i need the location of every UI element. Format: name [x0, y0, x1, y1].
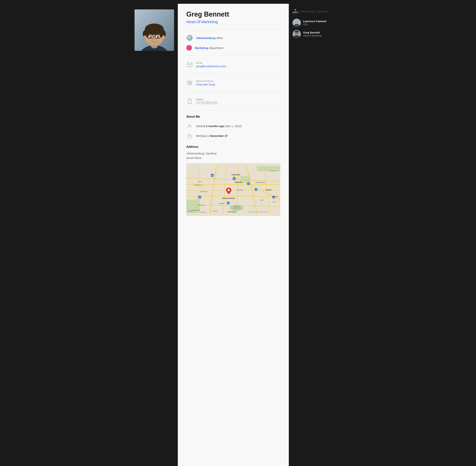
divider-4 [186, 92, 280, 92]
started-prefix: Started [196, 125, 206, 128]
teams-link[interactable]: Chat with Greg [196, 83, 215, 86]
teams-icon [186, 80, 193, 86]
email-content: Email greg@onedirectory.com [196, 61, 280, 68]
svg-point-15 [150, 36, 151, 37]
svg-rect-103 [293, 12, 294, 13]
svg-text:N1: N1 [233, 178, 235, 180]
profile-photo-container [135, 9, 174, 51]
left-panel [135, 4, 178, 51]
address-line2: South Africa [186, 156, 202, 160]
svg-point-37 [190, 103, 190, 103]
org-chart-link-text: View Greg in org chart [300, 10, 328, 13]
department-row: Marketing department [186, 43, 280, 53]
svg-text:Soweto: Soweto [219, 203, 224, 204]
svg-text:Google: Google [188, 210, 193, 212]
page-layout: Greg Bennett Head Of Marketing Johannesb… [135, 4, 341, 466]
person-title: Head Of Marketing [186, 20, 280, 24]
teams-label: Microsoft Teams [196, 80, 280, 82]
location-icon [186, 35, 193, 41]
started-icon [186, 123, 193, 129]
address-section-title: Address [186, 145, 280, 149]
svg-text:Randburg: Randburg [237, 189, 243, 191]
svg-text:Bronkhorstspruit: Bronkhorstspruit [269, 170, 278, 171]
birthday-prefix: Birthday is [196, 134, 210, 138]
svg-text:Devon: Devon [272, 201, 276, 203]
svg-text:Midrand: Midrand [235, 181, 242, 183]
svg-rect-40 [188, 135, 192, 138]
department-suffix: department [208, 46, 223, 49]
location-text: Johannesburg office [196, 36, 223, 40]
greg-info: Greg Bennett Head of Marketing [303, 31, 338, 37]
divider-5 [186, 110, 280, 111]
svg-point-14 [157, 36, 159, 38]
svg-text:Johannesburg: Johannesburg [222, 197, 235, 199]
svg-rect-104 [295, 12, 296, 13]
started-bold: 2 months ago [206, 125, 225, 128]
department-name[interactable]: Marketing [195, 46, 208, 49]
org-chart-icon [293, 9, 298, 14]
svg-point-119 [295, 31, 299, 33]
greg-role-org: Head of Marketing [303, 35, 338, 37]
right-panel: View Greg in org chart Lawrence Cawood C… [289, 4, 341, 46]
svg-text:R24: R24 [247, 183, 250, 185]
greg-name-org: Greg Bennett [303, 31, 338, 34]
main-panel: Greg Bennett Head Of Marketing Johannesb… [178, 4, 289, 466]
svg-point-43 [190, 133, 190, 134]
mobile-label: Mobile [196, 98, 280, 101]
location-city[interactable]: Johannesburg [196, 36, 215, 40]
svg-text:Randfontein: Randfontein [200, 191, 207, 192]
started-row: Started 2 months ago (Jan 1, 2022) [186, 121, 280, 131]
email-link[interactable]: greg@onedirectory.com [196, 65, 226, 68]
svg-rect-105 [297, 12, 298, 13]
divider-2 [186, 56, 280, 56]
svg-text:Nigel: Nigel [261, 199, 264, 201]
ceo-role: CEO [303, 23, 338, 26]
svg-text:Delmas: Delmas [273, 196, 278, 198]
about-section-title: About Me [186, 115, 280, 118]
address-line1: Johannesburg, Gauteng [186, 152, 216, 155]
svg-text:Lenasia: Lenasia [212, 210, 217, 212]
svg-text:Kempton Park: Kempton Park [255, 182, 265, 183]
birthday-row: Birthday is November 27 [186, 131, 280, 141]
department-color-dot [186, 45, 192, 51]
started-date: (Jan 1, 2022) [224, 125, 242, 128]
svg-point-22 [153, 38, 155, 40]
svg-text:N14: N14 [211, 175, 214, 176]
email-row: Email greg@onedirectory.com [186, 59, 280, 71]
ceo-info: Lawrence Cawood CEO [303, 20, 338, 26]
svg-text:N12: N12 [198, 197, 201, 198]
svg-text:Suikerbosrand: Suikerbosrand [234, 206, 240, 207]
org-person-ceo-row: Lawrence Cawood CEO [293, 19, 338, 27]
org-chart-link[interactable]: View Greg in org chart [293, 9, 338, 14]
svg-text:Centurion: Centurion [231, 174, 240, 176]
person-name: Greg Bennett [186, 10, 280, 18]
divider-1 [186, 29, 280, 30]
greg-avatar-small [293, 30, 301, 38]
ceo-avatar [293, 19, 301, 27]
svg-text:Magaliesburg: Magaliesburg [194, 184, 202, 186]
email-label: Email [196, 61, 280, 64]
svg-point-23 [187, 35, 193, 41]
location-suffix: office [215, 36, 223, 40]
svg-text:N12: N12 [227, 203, 229, 204]
svg-rect-30 [187, 63, 192, 67]
department-text: Marketing department [195, 46, 223, 49]
started-text: Started 2 months ago (Jan 1, 2022) [196, 125, 242, 128]
map-container[interactable]: N1 N14 N12 R24 R21 R21 [186, 163, 280, 216]
email-icon [186, 61, 193, 68]
mobile-content: Mobile +27 82 555 0123 [196, 98, 280, 104]
svg-text:Carletonville: Carletonville [193, 210, 200, 211]
svg-rect-102 [295, 9, 296, 10]
svg-point-16 [157, 36, 158, 37]
org-person-greg-row: Greg Bennett Head of Marketing [293, 30, 338, 38]
teams-content: Microsoft Teams Chat with Greg [196, 80, 280, 86]
mobile-icon [186, 98, 193, 105]
svg-text:Westonaria: Westonaria [198, 204, 205, 206]
profile-photo-image [135, 9, 174, 51]
location-row: Johannesburg office [186, 33, 280, 43]
svg-text:Fochville: Fochville [200, 212, 206, 213]
svg-text:Nature Reserve: Nature Reserve [233, 208, 240, 209]
birthday-icon [186, 132, 193, 139]
address-lines: Johannesburg, Gauteng South Africa [186, 151, 280, 160]
svg-text:Vereeniging: Vereeniging [227, 211, 236, 213]
